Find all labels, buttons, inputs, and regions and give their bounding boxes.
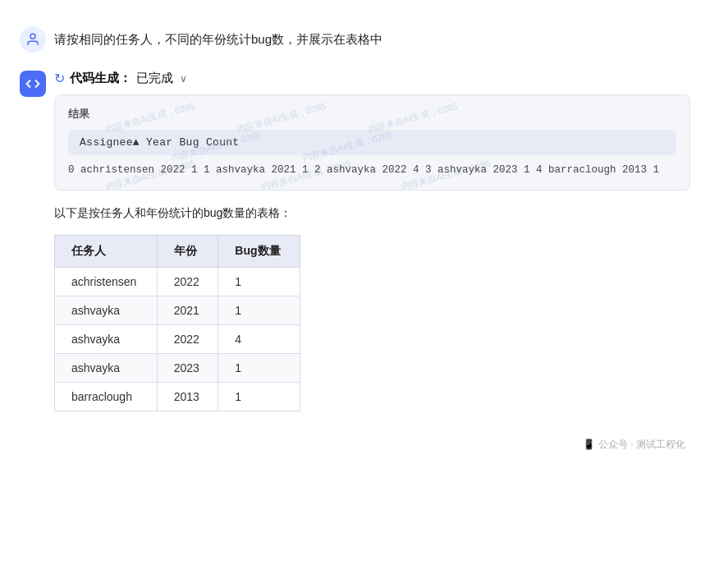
- table-cell: 1: [218, 353, 300, 382]
- table-row: ashvayka20224: [55, 324, 300, 353]
- table-header-row: 任务人年份Bug数量: [55, 235, 300, 267]
- table-cell: achristensen: [55, 267, 158, 296]
- svg-point-0: [30, 34, 35, 39]
- code-gen-status: 已完成: [136, 71, 173, 86]
- ai-avatar: [20, 71, 46, 97]
- table-cell: barraclough: [55, 382, 158, 411]
- table-cell: 2021: [157, 296, 218, 324]
- table-cell: ashvayka: [55, 324, 158, 353]
- table-row: barraclough20131: [55, 382, 300, 411]
- table-cell: 2022: [157, 267, 218, 296]
- df-header-text: Assignee▲ Year Bug Count: [80, 136, 239, 149]
- description-text: 以下是按任务人和年份统计的bug数量的表格：: [54, 204, 690, 223]
- table-cell: 1: [218, 267, 300, 296]
- chevron-down-icon[interactable]: ∨: [180, 73, 187, 85]
- user-message-text: 请按相同的任务人，不同的年份统计bug数，并展示在表格中: [54, 26, 382, 49]
- table-cell: ashvayka: [55, 296, 158, 324]
- bug-count-table: 任务人年份Bug数量 achristensen20221ashvayka2021…: [54, 235, 300, 411]
- user-message-row: 请按相同的任务人，不同的年份统计bug数，并展示在表格中: [0, 16, 710, 62]
- table-row: ashvayka20211: [55, 296, 300, 324]
- table-cell: 1: [218, 382, 300, 411]
- df-header-row: Assignee▲ Year Bug Count: [68, 130, 676, 155]
- table-header-cell: Bug数量: [218, 235, 300, 267]
- table-cell: 2013: [157, 382, 218, 411]
- raw-data-text: 0 achristensen 2022 1 1 ashvayka 2021 1 …: [68, 162, 676, 178]
- page-container: 请按相同的任务人，不同的年份统计bug数，并展示在表格中 ↻ 代码生成： 已完成…: [0, 0, 710, 588]
- code-gen-header: ↻ 代码生成： 已完成 ∨: [54, 71, 690, 86]
- table-cell: ashvayka: [55, 353, 158, 382]
- user-avatar: [20, 26, 46, 53]
- code-gen-label: 代码生成：: [70, 71, 131, 86]
- table-header: 任务人年份Bug数量: [55, 235, 300, 267]
- table-cell: 1: [218, 296, 300, 324]
- table-wrapper: 任务人年份Bug数量 achristensen20221ashvayka2021…: [54, 235, 690, 411]
- result-label: 结果: [68, 107, 676, 122]
- ai-response-row: ↻ 代码生成： 已完成 ∨ 结果 Assignee▲ Year Bug Coun…: [0, 62, 710, 420]
- footer-watermark-row: 📱 公众号 · 测试工程化: [0, 428, 710, 462]
- footer-watermark-text: 公众号 · 测试工程化: [598, 438, 685, 452]
- ai-content: ↻ 代码生成： 已完成 ∨ 结果 Assignee▲ Year Bug Coun…: [54, 71, 690, 411]
- table-body: achristensen20221ashvayka20211ashvayka20…: [55, 267, 300, 411]
- table-row: ashvayka20231: [55, 353, 300, 382]
- wechat-icon: 📱: [583, 439, 595, 450]
- refresh-icon: ↻: [54, 71, 65, 86]
- table-cell: 2023: [157, 353, 218, 382]
- table-header-cell: 任务人: [55, 235, 158, 267]
- table-cell: 2022: [157, 324, 218, 353]
- table-header-cell: 年份: [157, 235, 218, 267]
- result-box: 结果 Assignee▲ Year Bug Count 0 achristens…: [54, 94, 690, 191]
- table-cell: 4: [218, 324, 300, 353]
- table-row: achristensen20221: [55, 267, 300, 296]
